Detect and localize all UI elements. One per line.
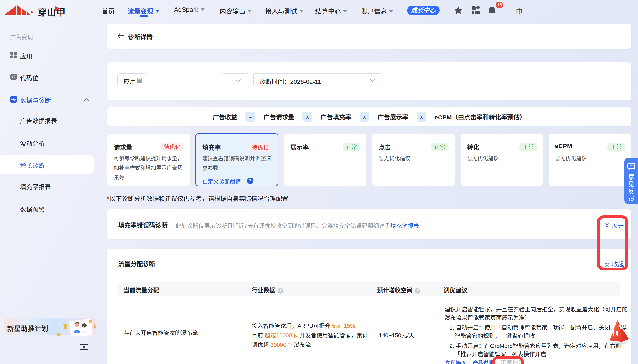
annotation-box-expand-collapse <box>597 216 628 270</box>
chevron-down-icon <box>389 10 393 12</box>
section-title: 填充率错误码诊断 <box>118 220 168 229</box>
metric-card-show-rate[interactable]: 展示率 正常 <box>284 133 367 186</box>
cell-industry-data: 接入智能管家后，ARPU可提升 5%~15% 目前 超过16000家 开发者使用… <box>252 321 368 350</box>
pangle-logo-icon[interactable] <box>5 5 34 15</box>
nav-item-content-output[interactable]: 内容输出 <box>220 6 251 16</box>
revenue-formula-card: 广告收益 = 广告请求量 x 广告填充率 x 广告展示率 x eCPM（由点击率… <box>107 108 631 126</box>
metric-card-clicks[interactable]: 点击 正常 暂无优化建议 <box>372 133 455 186</box>
cell-tuning-advice: 建议开启智能管家，并且在实验正向后推全，实现收益最大化（可开启的 瀑布流以智能管… <box>444 305 630 358</box>
sidebar-item-ad-slots[interactable]: 代码位 <box>0 70 97 84</box>
disclaimer-note: *以下诊断分析数据和建议仅供参考，请根据自身实际情况合理配置 <box>107 194 288 203</box>
formula-term-requests: 广告请求量 <box>264 112 294 121</box>
nav-item-adspark[interactable]: AdSpark <box>174 6 205 14</box>
help-icon[interactable]: ? <box>247 178 253 184</box>
sidebar-subitem-growth-diagnosis[interactable]: 增长诊断 <box>0 158 97 172</box>
bell-icon[interactable] <box>488 6 496 15</box>
nav-item-label: 内容输出 <box>220 8 245 15</box>
nav-item-label: 结算中心 <box>315 8 341 15</box>
language-switcher[interactable]: 中 <box>516 6 522 16</box>
feedback-label: 意见反馈 <box>628 174 634 202</box>
equals-chip: = <box>245 112 255 122</box>
notification-badge: 18 <box>495 1 504 9</box>
page-header-card: 诊断详情 <box>107 24 631 49</box>
date-label: 诊断时间： <box>259 78 290 85</box>
nav-item-settlement[interactable]: 结算中心 <box>315 6 347 16</box>
chevron-down-icon <box>155 10 159 12</box>
top-navigation-bar: 穿山甲 首页 流量变现 AdSpark 内容输出 接入与测试 结算中心 账户信息… <box>0 0 638 20</box>
pangle-dashboard: 穿山甲 首页 流量变现 AdSpark 内容输出 接入与测试 结算中心 账户信息… <box>0 0 638 364</box>
fill-rate-report-link[interactable]: 填充率报表 <box>390 223 419 229</box>
metric-card-conversion[interactable]: 转化 正常 暂无优化建议 <box>460 133 543 186</box>
logo-flag-icon <box>56 6 61 11</box>
nav-item-account-info[interactable]: 账户信息 <box>361 6 393 16</box>
sidebar-subitem-fluctuation-analysis[interactable]: 波动分析 <box>0 136 97 150</box>
product-docs-link[interactable]: 产品说明 <box>473 360 494 364</box>
sidebar-subitem-ad-data-report[interactable]: 广告数据报表 <box>0 113 97 127</box>
logo-wordmark: 穿山甲 <box>38 5 66 18</box>
nav-item-home[interactable]: 首页 <box>102 6 115 16</box>
nav-item-monetization[interactable]: 流量变现 <box>128 6 159 16</box>
sidebar-item-apps[interactable]: 应用 <box>0 48 97 62</box>
nav-item-label: 首页 <box>102 8 115 15</box>
sidebar: 广告变现 应用 代码位 <box>0 20 97 364</box>
formula-term-revenue: 广告收益 <box>213 112 237 121</box>
industry-line: 接入智能管家后，ARPU可提升 5%~15% <box>252 321 368 331</box>
active-nav-underline <box>140 16 148 18</box>
sidebar-subitem-fill-rate-report[interactable]: 填充率报表 <box>0 179 97 193</box>
status-badge: 正常 <box>519 142 537 152</box>
times-chip: x <box>302 112 312 122</box>
formula-term-ecpm: eCPM（由点击率和转化率预估） <box>435 112 526 121</box>
banner-illustration <box>55 315 97 336</box>
status-badge: 待优化 <box>249 143 272 152</box>
back-arrow-icon[interactable] <box>117 33 124 38</box>
help-icon[interactable]: ? <box>278 288 283 294</box>
help-icon[interactable]: ? <box>415 288 420 294</box>
divider <box>446 6 446 15</box>
cell-current-allocation: 存在未开启智能管家的瀑布流 <box>124 328 198 338</box>
status-badge: 待优化 <box>161 142 184 152</box>
diagnosis-date-select[interactable]: 诊断时间：2026-02-11 <box>253 73 382 87</box>
blurred-app-name <box>145 67 223 88</box>
annotation-box-dismiss <box>492 356 524 364</box>
assistant-mascot-icon[interactable] <box>608 318 631 344</box>
chevron-down-icon <box>235 79 241 82</box>
industry-line: 调优超 30000个 瀑布流 <box>252 340 368 350</box>
sidebar-subitem-data-alert[interactable]: 数据预警 <box>0 202 97 216</box>
divider <box>530 6 530 15</box>
nav-item-label: 账户信息 <box>361 8 387 15</box>
divider <box>508 6 508 15</box>
feedback-tab[interactable]: 意见反馈 <box>624 158 638 204</box>
chevron-down-icon <box>201 8 205 11</box>
table-header-row: 当前流量分配 行业数据? 预计增收空间? 调优建议 <box>118 282 620 296</box>
sidebar-item-data-diagnosis[interactable]: 数据与诊断 <box>0 92 97 106</box>
pulse-icon <box>10 96 17 103</box>
metric-card-fill-rate[interactable]: 填充率 待优化 建议查看错误码说明并调整请求参数 自定义诊断阈值 ? <box>195 133 279 186</box>
metric-card-ecpm[interactable]: eCPM 正常 暂无优化建议 <box>548 133 631 186</box>
filter-card: 应用 诊断时间：2026-02-11 <box>107 62 631 100</box>
page-title: 诊断详情 <box>128 32 153 41</box>
metric-card-requests[interactable]: 请求量 待优化 可参考诊断建议提升请求量，如补全样式和增加展示广告场景等 <box>107 133 190 186</box>
custom-threshold-link[interactable]: 自定义诊断阈值 <box>202 177 241 185</box>
col-header-current-allocation: 当前流量分配 <box>124 286 159 294</box>
cell-estimated-gain: 140~150元/天 <box>379 331 414 340</box>
revenue-formula: 广告收益 = 广告请求量 x 广告填充率 x 广告展示率 x eCPM（由点击率… <box>107 108 631 126</box>
date-select-label: 诊断时间：2026-02-11 <box>259 77 321 86</box>
chevron-down-icon <box>247 10 251 12</box>
chevron-up-icon <box>84 98 89 101</box>
industry-line: 目前 超过16000家 开发者使用智能管家，累计 <box>252 331 368 340</box>
apps-grid-icon[interactable] <box>471 6 480 15</box>
code-slot-icon <box>10 73 17 80</box>
date-value: 2026-02-11 <box>290 78 321 85</box>
connect-now-link[interactable]: 立即接入 <box>445 360 466 364</box>
col-header-industry-data: 行业数据? <box>252 286 283 294</box>
growth-center-button[interactable]: 成长中心 <box>407 6 440 15</box>
star-icon[interactable] <box>454 6 463 15</box>
app-select[interactable]: 应用 <box>117 73 249 87</box>
banner-title: 新星助推计划 <box>7 323 48 333</box>
android-icon <box>136 78 143 84</box>
section-title: 流量分配诊断 <box>118 259 155 268</box>
nav-item-integration-test[interactable]: 接入与测试 <box>265 6 303 16</box>
times-chip: x <box>416 112 426 122</box>
sidebar-collapse-icon[interactable] <box>80 344 88 350</box>
formula-term-show-rate: 广告展示率 <box>378 112 408 121</box>
